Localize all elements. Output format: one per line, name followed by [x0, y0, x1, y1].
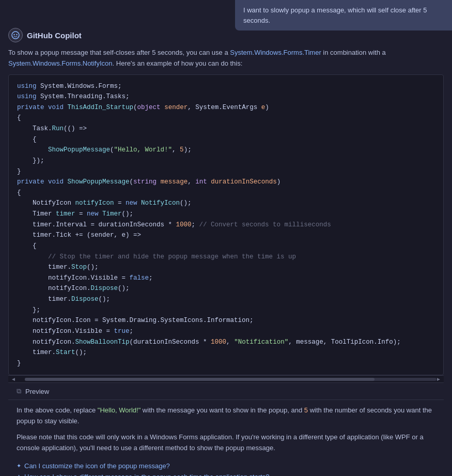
- footer-text-2: Please note that this code will only wor…: [8, 430, 444, 459]
- suggestion-item-2[interactable]: ✦ How can I show a different message in …: [17, 473, 435, 476]
- svg-point-2: [16, 34, 17, 35]
- svg-point-0: [12, 32, 19, 39]
- notifyicon-link[interactable]: System.Windows.Forms.NotifyIcon: [8, 59, 113, 67]
- preview-icon: ⧉: [17, 387, 21, 395]
- footer-text-1: In the above code, replace "Hello, World…: [8, 400, 444, 430]
- scrollbar-thumb[interactable]: [25, 378, 375, 381]
- suggestion-label-1: Can I customize the icon of the popup me…: [24, 462, 170, 470]
- copilot-icon: [8, 28, 23, 42]
- scroll-right-arrow[interactable]: ►: [435, 376, 442, 382]
- user-message-text: I want to slowly popup a message, which …: [243, 6, 427, 24]
- number-highlight: 5: [304, 406, 308, 414]
- user-message-bubble: I want to slowly popup a message, which …: [235, 0, 452, 30]
- suggestion-icon-2: ✦: [17, 473, 21, 476]
- suggestion-label-2: How can I show a different message in th…: [24, 473, 270, 476]
- preview-label: Preview: [25, 388, 49, 395]
- copilot-title: GitHub Copilot: [27, 31, 82, 40]
- code-scrollbar[interactable]: ◄ ►: [8, 375, 444, 382]
- scroll-left-arrow[interactable]: ◄: [10, 376, 17, 382]
- suggestion-icon-1: ✦: [17, 463, 21, 469]
- scrollbar-track[interactable]: [25, 378, 437, 381]
- suggestions-section: ✦ Can I customize the icon of the popup …: [8, 459, 444, 476]
- svg-point-1: [13, 34, 14, 35]
- description: To show a popup message that self-closes…: [8, 48, 444, 69]
- code-block: using System.Windows.Forms; using System…: [8, 74, 444, 376]
- suggestion-item-1[interactable]: ✦ Can I customize the icon of the popup …: [17, 462, 435, 470]
- preview-bar: ⧉ Preview: [8, 382, 444, 400]
- timer-link[interactable]: System.Windows.Forms.Timer: [230, 49, 321, 56]
- main-content: GitHub Copilot To show a popup message t…: [0, 22, 452, 476]
- hello-world-highlight: "Hello, World!": [98, 406, 141, 414]
